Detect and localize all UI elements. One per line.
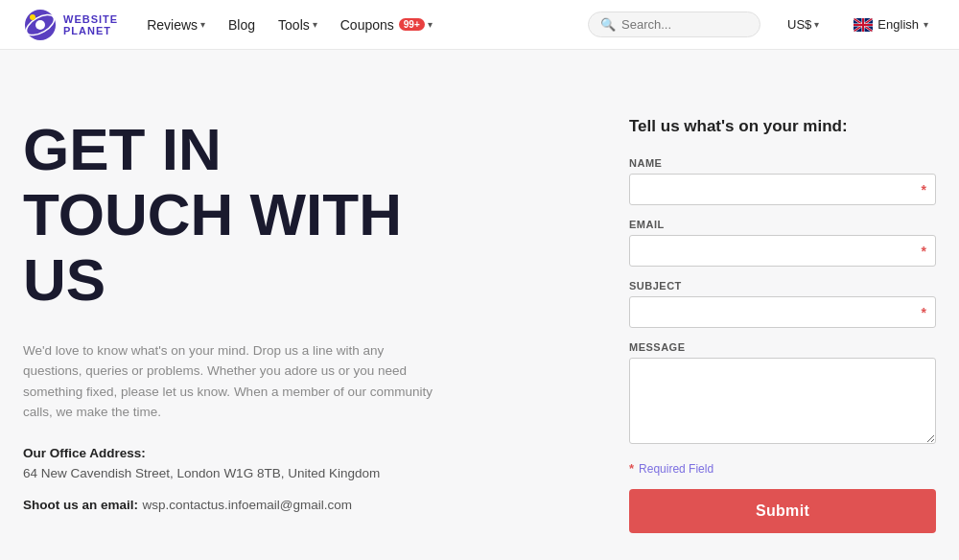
hero-title-line3: US (23, 246, 105, 313)
email-value: wsp.contactus.infoemail@gmail.com (142, 498, 352, 512)
logo[interactable]: WEBSITE PLANET (23, 8, 118, 42)
hero-title-line2: TOUCH WITH (23, 181, 402, 247)
svg-point-3 (30, 14, 35, 20)
hero-title-line1: GET IN (23, 116, 222, 182)
message-textarea[interactable] (629, 358, 936, 444)
name-field-group: NAME * (629, 157, 936, 205)
form-title: Tell us what's on your mind: (629, 117, 936, 136)
nav-reviews[interactable]: Reviews ▾ (137, 12, 215, 38)
search-icon: 🔍 (600, 17, 616, 32)
email-label: Shoot us an email: (23, 498, 138, 512)
email-label: EMAIL (629, 219, 936, 230)
nav-coupons[interactable]: Coupons 99+ ▾ (331, 12, 442, 38)
required-note-text: Required Field (639, 462, 713, 476)
subject-input[interactable] (629, 296, 936, 328)
subject-input-wrapper: * (629, 296, 936, 328)
nav-blog-label: Blog (228, 17, 255, 33)
chevron-down-icon: ▾ (814, 19, 819, 30)
office-address: 64 New Cavendish Street, London W1G 8TB,… (23, 466, 572, 480)
email-input[interactable] (629, 235, 936, 267)
currency-label: US$ (787, 17, 811, 32)
chevron-down-icon: ▾ (313, 19, 317, 30)
email-section: Shoot us an email: wsp.contactus.infoema… (23, 496, 572, 513)
logo-text-line1: WEBSITE (63, 13, 118, 25)
submit-button[interactable]: Submit (629, 489, 936, 533)
message-field-group: MESSAGE (629, 341, 936, 448)
message-label: MESSAGE (629, 341, 936, 353)
language-label: English (877, 17, 919, 32)
logo-text-line2: PLANET (63, 25, 118, 36)
nav-reviews-label: Reviews (147, 17, 198, 33)
required-note: * Required Field (629, 461, 936, 476)
nav-blog[interactable]: Blog (219, 12, 265, 38)
svg-point-2 (35, 20, 45, 30)
currency-selector[interactable]: US$ ▾ (780, 13, 827, 35)
hero-title: GET IN TOUCH WITH US (23, 117, 572, 314)
contact-form-panel: Tell us what's on your mind: NAME * EMAI… (629, 107, 936, 533)
office-label: Our Office Address: (23, 446, 572, 460)
required-note-star: * (629, 461, 634, 476)
name-label: NAME (629, 157, 936, 169)
hero-description: We'd love to know what's on your mind. D… (23, 340, 445, 423)
nav-links: Reviews ▾ Blog Tools ▾ Coupons 99+ ▾ (137, 12, 442, 38)
email-field-group: EMAIL * (629, 219, 936, 267)
nav-tools-label: Tools (278, 17, 310, 33)
chevron-down-icon: ▾ (200, 19, 205, 30)
flag-icon (854, 18, 873, 32)
subject-label: SUBJECT (629, 280, 936, 292)
search-input[interactable] (621, 17, 748, 32)
main-content: GET IN TOUCH WITH US We'd love to know w… (0, 50, 959, 560)
chevron-down-icon: ▾ (428, 19, 433, 30)
navbar: WEBSITE PLANET Reviews ▾ Blog Tools ▾ Co… (0, 0, 959, 50)
subject-field-group: SUBJECT * (629, 280, 936, 328)
office-section: Our Office Address: 64 New Cavendish Str… (23, 446, 572, 480)
name-input-wrapper: * (629, 174, 936, 205)
name-input[interactable] (629, 174, 936, 205)
coupons-badge: 99+ (399, 18, 425, 31)
search-bar: 🔍 (588, 12, 760, 37)
language-selector[interactable]: English ▾ (846, 13, 936, 35)
chevron-down-icon: ▾ (924, 19, 928, 30)
nav-coupons-label: Coupons (340, 17, 394, 33)
nav-tools[interactable]: Tools ▾ (269, 12, 327, 38)
left-panel: GET IN TOUCH WITH US We'd love to know w… (23, 107, 572, 533)
email-input-wrapper: * (629, 235, 936, 267)
